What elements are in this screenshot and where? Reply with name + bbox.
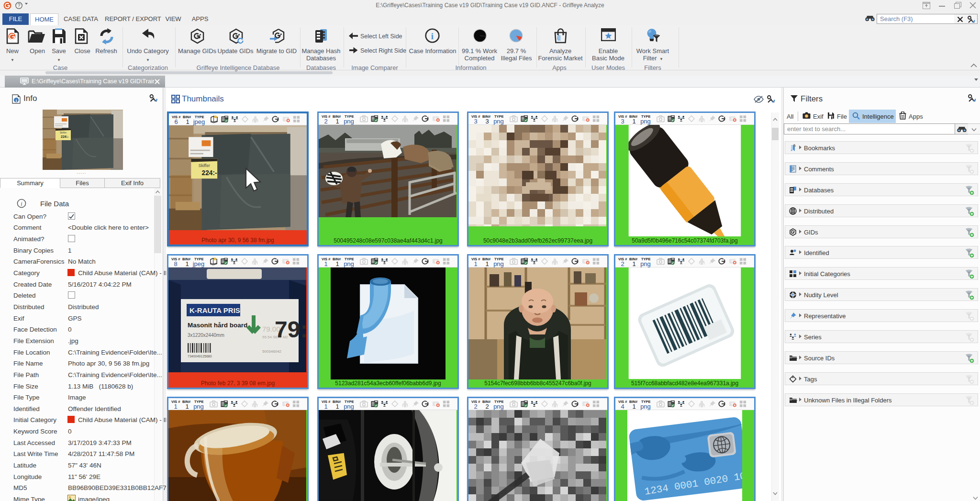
- svg-text:Masonit hård board: Masonit hård board: [188, 322, 247, 329]
- svg-text:i: i: [21, 200, 22, 207]
- svg-text:224:-: 224:-: [61, 135, 69, 138]
- svg-text:Skiffer: Skiffer: [199, 163, 210, 168]
- svg-text:224:-: 224:-: [202, 169, 217, 177]
- svg-text:Skiffer: Skiffer: [60, 131, 67, 134]
- svg-text:K-RAUTA PRIS: K-RAUTA PRIS: [189, 306, 240, 314]
- svg-text:i: i: [431, 31, 434, 41]
- svg-text:500346042: 500346042: [262, 349, 282, 354]
- svg-text:3x1220x2440mm: 3x1220x2440mm: [188, 333, 224, 338]
- svg-text:7340049125680: 7340049125680: [188, 355, 212, 358]
- svg-text:79:: 79:: [275, 317, 306, 342]
